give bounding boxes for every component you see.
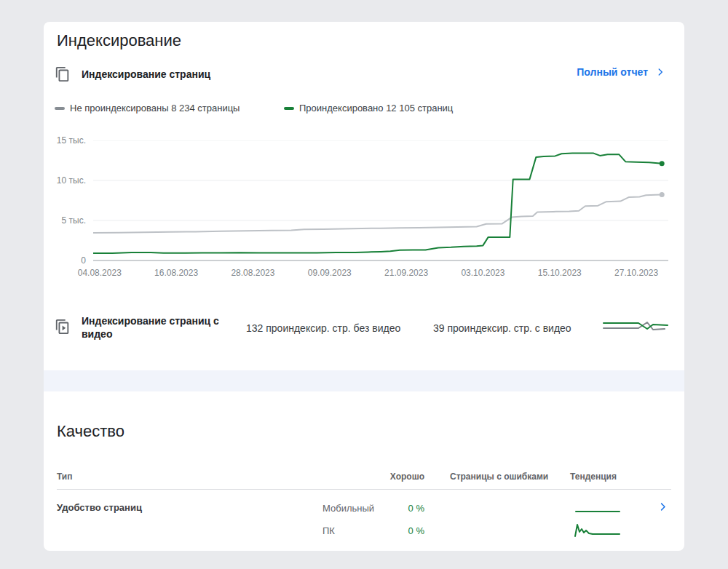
chart-line-Проиндексировано: [93, 154, 662, 254]
legend-item-not-indexed[interactable]: Не проиндексированы 8 234 страницы: [55, 103, 240, 114]
overview-card: Индексирование Индексирование страниц По…: [44, 22, 684, 551]
video-stat-without: 132 проиндексир. стр. без видео: [246, 322, 400, 334]
x-tick-label: 28.08.2023: [220, 268, 285, 278]
column-header-error-pages: Страницы с ошибками: [450, 471, 548, 482]
row-good-desktop: 0 %: [408, 525, 424, 536]
y-tick-label: 10 тыс.: [57, 175, 86, 186]
quality-section-title: Качество: [57, 422, 124, 441]
legend-swatch-green: [284, 107, 294, 110]
legend-label-indexed: Проиндексировано 12 105 страниц: [299, 103, 453, 114]
video-stat-with: 39 проиндексир. стр. с видео: [433, 322, 571, 334]
sparkline-path: [575, 525, 620, 536]
legend-item-indexed[interactable]: Проиндексировано 12 105 страниц: [284, 103, 453, 114]
chevron-right-icon: [655, 67, 665, 77]
table-header-divider: [57, 489, 671, 490]
chart-endpoint-dot: [660, 161, 665, 166]
chart-y-axis: 05 тыс.10 тыс.15 тыс.: [44, 140, 86, 261]
column-header-trend: Тенденция: [570, 471, 617, 482]
section-separator-strip: [44, 370, 684, 391]
full-report-link[interactable]: Полный отчет: [577, 66, 665, 78]
video-pages-icon: [55, 319, 71, 335]
x-tick-label: 27.10.2023: [604, 268, 669, 278]
x-tick-label: 16.08.2023: [143, 268, 209, 278]
video-indexing-label: Индексирование страниц с видео: [82, 314, 231, 341]
pages-icon: [55, 66, 71, 82]
legend-label-not-indexed: Не проиндексированы 8 234 страницы: [70, 103, 240, 114]
indexing-section-title: Индексирование: [57, 31, 181, 50]
row-device-mobile: Мобильный: [323, 503, 374, 514]
y-tick-label: 15 тыс.: [57, 135, 86, 146]
trend-sparkline-mobile: [574, 504, 622, 520]
x-tick-label: 15.10.2023: [527, 268, 593, 278]
column-header-type: Тип: [57, 471, 73, 482]
x-tick-label: 21.09.2023: [373, 268, 439, 278]
page-indexing-label: Индексирование страниц: [82, 68, 210, 80]
y-tick-label: 0: [81, 255, 86, 266]
row-type-label: Удобство страниц: [57, 502, 142, 513]
chart-line-Не проиндексированы: [93, 194, 662, 233]
chart-x-axis: 04.08.202316.08.202328.08.202309.09.2023…: [93, 268, 668, 279]
x-tick-label: 03.10.2023: [450, 268, 515, 278]
full-report-link-label: Полный отчет: [577, 66, 648, 78]
trend-sparkline-desktop: [574, 519, 622, 539]
y-tick-label: 5 тыс.: [62, 215, 86, 226]
legend-swatch-gray: [55, 107, 65, 110]
page-background: { "indexing": { "title": "Индексирование…: [0, 0, 728, 569]
row-device-desktop: ПК: [323, 525, 335, 536]
chart-endpoint-dot: [660, 192, 665, 197]
x-tick-label: 04.08.2023: [67, 268, 132, 278]
indexing-line-chart[interactable]: [93, 140, 668, 261]
x-tick-label: 09.09.2023: [297, 268, 363, 278]
row-detail-chevron-icon[interactable]: [657, 501, 668, 512]
row-good-mobile: 0 %: [408, 503, 424, 514]
column-header-good: Хорошо: [390, 471, 424, 482]
video-indexing-sparkline: [601, 317, 670, 338]
